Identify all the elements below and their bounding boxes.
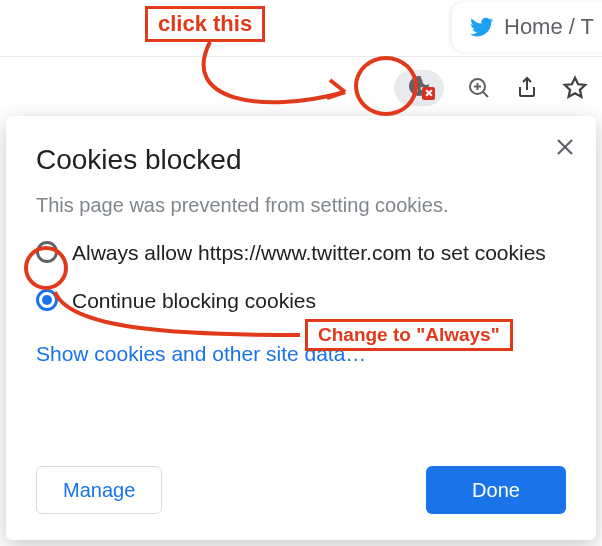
toolbar [0, 56, 602, 118]
tab-strip: Home / T [0, 0, 602, 56]
option-allow-label: Always allow https://www.twitter.com to … [72, 239, 546, 267]
option-block[interactable]: Continue blocking cookies [36, 287, 566, 315]
popup-description: This page was prevented from setting coo… [36, 194, 566, 217]
cookie-blocked-button[interactable] [394, 70, 444, 106]
option-block-label: Continue blocking cookies [72, 287, 316, 315]
radio-selected-icon[interactable] [36, 289, 58, 311]
annotation-change-to-always: Change to "Always" [305, 319, 513, 351]
annotation-click-this: click this [145, 6, 265, 42]
browser-tab[interactable]: Home / T [452, 2, 602, 52]
share-icon[interactable] [514, 75, 540, 101]
blocked-badge-icon [422, 87, 435, 100]
svg-line-1 [483, 92, 488, 97]
radio-unselected-icon[interactable] [36, 241, 58, 263]
popup-title: Cookies blocked [36, 144, 566, 176]
done-button[interactable]: Done [426, 466, 566, 514]
close-button[interactable] [552, 134, 578, 160]
twitter-icon [470, 15, 494, 39]
option-allow[interactable]: Always allow https://www.twitter.com to … [36, 239, 566, 267]
tab-title: Home / T [504, 14, 594, 40]
button-row: Manage Done [36, 466, 566, 514]
star-icon[interactable] [562, 75, 588, 101]
zoom-icon[interactable] [466, 75, 492, 101]
manage-button[interactable]: Manage [36, 466, 162, 514]
